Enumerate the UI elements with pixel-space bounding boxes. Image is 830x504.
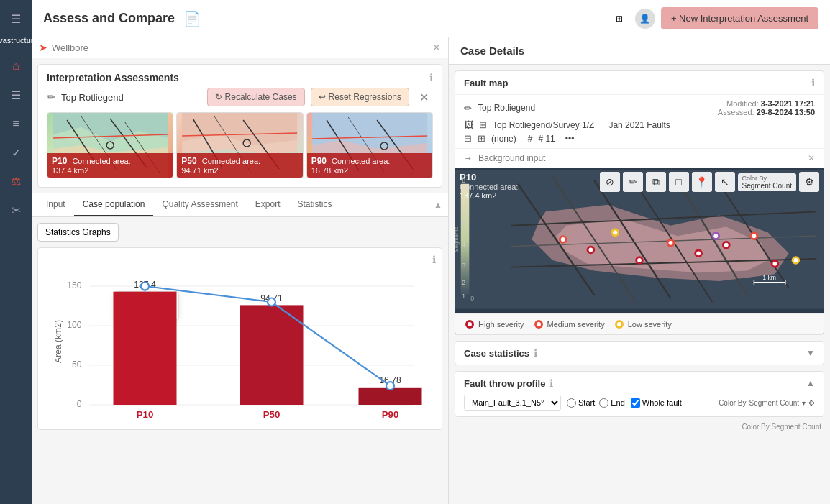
tab-input[interactable]: Input <box>37 193 74 216</box>
wellbore-icon: ➤ <box>39 42 47 53</box>
case-statistics-card: Case statistics ℹ ▼ <box>455 341 824 365</box>
sidebar-item-home[interactable]: ⌂ <box>3 53 29 79</box>
tab-quality[interactable]: Quality Assessment <box>153 193 246 216</box>
p50-label: P50 <box>181 156 196 166</box>
tool-eraser-button[interactable]: ⊘ <box>600 172 620 192</box>
case-statistics-expand-icon[interactable]: ▼ <box>806 348 815 358</box>
hamburger-menu-icon[interactable]: ☰ <box>3 6 29 32</box>
tool-layers-button[interactable]: ⧉ <box>646 172 666 192</box>
tab-case-population[interactable]: Case population <box>74 193 154 216</box>
case-thumbnails: P10 Connected area: 137.4 km2 <box>38 112 442 187</box>
tool-pin-button[interactable]: 📍 <box>692 172 712 192</box>
collapse-panel-icon[interactable]: ▲ <box>434 193 442 216</box>
pencil-icon[interactable]: ✏ <box>464 103 472 114</box>
wellbore-input[interactable] <box>52 42 432 53</box>
interpretation-info-icon[interactable]: ℹ <box>429 72 433 83</box>
svg-point-97 <box>617 322 621 326</box>
bar-p10[interactable] <box>114 292 177 405</box>
stats-graphs-header: Statistics Graphs <box>37 223 442 242</box>
svg-text:50: 50 <box>72 359 82 370</box>
tool-pencil-button[interactable]: ✏ <box>623 172 643 192</box>
fault-map-name: Top Rotliegend <box>478 103 535 113</box>
grid-apps-icon[interactable]: ⊞ <box>609 9 629 29</box>
whole-fault-checkbox[interactable]: Whole fault <box>631 398 682 408</box>
sidebar-item-layers[interactable]: ☰ <box>3 82 29 108</box>
survey-label: Top Rotliegend/Survey 1/Z <box>493 120 594 130</box>
p50-area-value: 94.71 km2 <box>181 166 218 175</box>
svg-point-70 <box>696 251 701 255</box>
case-statistics-title: Case statistics <box>464 348 529 359</box>
map-settings-button[interactable]: ⚙ <box>799 172 819 192</box>
tab-export[interactable]: Export <box>247 193 289 216</box>
statistics-graphs-button[interactable]: Statistics Graphs <box>37 223 119 242</box>
survey-grid-icon: ⊞ <box>479 119 487 130</box>
svg-text:3: 3 <box>462 262 465 269</box>
map-legend: High severity Medium severity <box>455 313 824 334</box>
interpretation-title: Interpretation Assessments <box>47 72 179 83</box>
new-assessment-button[interactable]: + New Interpretation Assessment <box>661 7 818 29</box>
fault-map-title: Fault map <box>464 78 508 88</box>
reset-regressions-button[interactable]: ↩ Reset Regressions <box>311 88 409 106</box>
svg-point-76 <box>561 237 565 242</box>
interpretation-assessments-section: Interpretation Assessments ℹ ✏ Top Rotli… <box>37 64 442 188</box>
sidebar-item-list[interactable]: ≡ <box>3 111 29 137</box>
case-thumb-p90[interactable]: P90 Connected area: 16.78 km2 <box>306 112 433 178</box>
color-by-value: Segment Count <box>742 182 793 190</box>
start-radio[interactable]: Start <box>567 398 595 408</box>
map-info-overlay: P10 Connected area: 137.4 km2 <box>460 172 518 200</box>
fault-throw-collapse-icon[interactable]: ▲ <box>806 378 815 388</box>
interpretation-edit-icon[interactable]: ✏ <box>47 91 55 103</box>
tab-statistics[interactable]: Statistics <box>289 193 341 216</box>
wellbore-close-icon[interactable]: ✕ <box>432 42 441 53</box>
start-label: Start <box>578 398 595 407</box>
close-interpretation-icon[interactable]: ✕ <box>415 89 433 106</box>
color-by-settings-icon[interactable]: ⚙ <box>808 399 815 407</box>
fault-map-info-icon[interactable]: ℹ <box>811 77 815 88</box>
sidebar-item-tools[interactable]: ✂ <box>3 197 29 223</box>
assessed-value: 29-8-2024 13:50 <box>757 108 815 116</box>
whole-fault-input[interactable] <box>631 398 640 408</box>
sidebar-item-balance[interactable]: ⚖ <box>3 168 29 194</box>
high-severity-icon <box>464 319 475 330</box>
p10-area-value: 137.4 km2 <box>52 166 88 175</box>
bar-p50[interactable] <box>240 305 304 405</box>
fault-map-card: Fault map ℹ ✏ Top Rotliegend Modified: 3… <box>455 70 824 335</box>
fault-map-name-row: ✏ Top Rotliegend Modified: 3-3-2021 17:2… <box>464 99 815 116</box>
reset-label: Reset Regressions <box>329 92 401 102</box>
map-connected-label: Connected area: <box>460 183 518 191</box>
case-thumb-label-p50: P50 Connected area: 94.71 km2 <box>177 153 302 178</box>
fault-select[interactable]: Main_Fault_3.1_N5° <box>464 395 561 411</box>
recalculate-button[interactable]: ↻ Recalculate Cases <box>207 88 305 106</box>
background-clear-icon[interactable]: ✕ <box>808 153 815 163</box>
count-label: # 11 <box>538 134 555 144</box>
whole-fault-label: Whole fault <box>642 398 682 407</box>
end-radio-input[interactable] <box>599 398 608 408</box>
start-radio-input[interactable] <box>567 398 576 408</box>
svg-text:1 km: 1 km <box>762 274 776 281</box>
chart-area: 0 50 100 150 Area (km2) 137.4 <box>47 262 433 421</box>
svg-point-68 <box>637 258 642 262</box>
end-radio[interactable]: End <box>599 398 625 408</box>
fault-map-dates: Modified: 3-3-2021 17:21 Assessed: 29-8-… <box>718 99 815 116</box>
background-input-row: → ✕ <box>455 148 824 168</box>
case-thumb-p50[interactable]: P50 Connected area: 94.71 km2 <box>176 112 303 178</box>
pdf-export-icon[interactable]: 📄 <box>183 10 201 27</box>
tool-square-button[interactable]: □ <box>669 172 689 192</box>
case-thumb-p10[interactable]: P10 Connected area: 137.4 km2 <box>47 112 173 178</box>
more-options-icon[interactable]: ••• <box>565 134 575 144</box>
svg-text:P50: P50 <box>263 409 280 420</box>
color-by-footer-value: Segment Count <box>749 399 800 407</box>
fault-throw-info-icon[interactable]: ℹ <box>549 377 553 389</box>
svg-point-93 <box>468 322 472 326</box>
case-thumb-label-p90: P90 Connected area: 16.78 km2 <box>307 153 432 178</box>
filter-icon: ⊞ <box>478 133 485 144</box>
background-input[interactable] <box>478 153 808 163</box>
case-statistics-info-icon[interactable]: ℹ <box>534 347 537 359</box>
tool-cursor-button[interactable]: ↖ <box>715 172 735 192</box>
low-severity-label: Low severity <box>628 320 672 329</box>
sidebar-item-check[interactable]: ✓ <box>3 139 29 165</box>
reset-icon: ↩ <box>319 92 326 102</box>
color-by-dropdown-icon[interactable]: ▾ <box>802 399 806 407</box>
user-avatar[interactable]: 👤 <box>635 9 655 29</box>
color-by-label: Color By <box>742 175 793 182</box>
